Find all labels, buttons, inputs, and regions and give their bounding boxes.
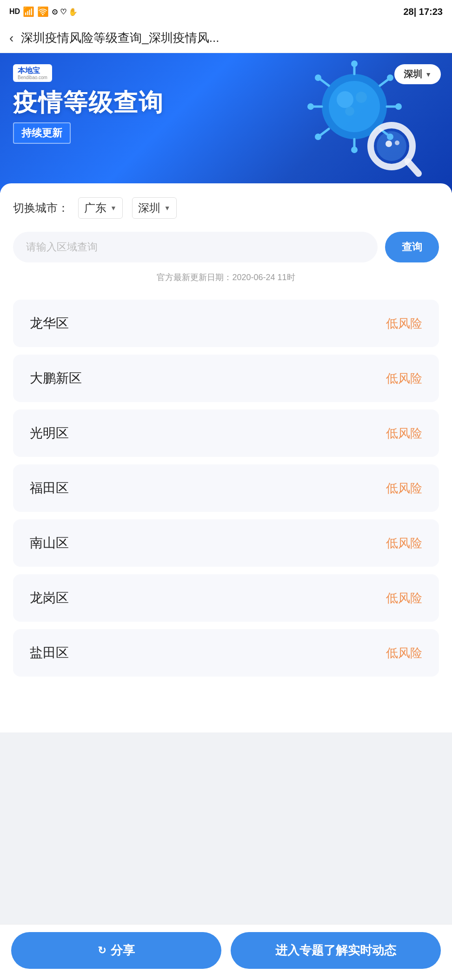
banner-city-arrow-icon: ▼ (425, 71, 432, 78)
svg-line-19 (319, 79, 329, 86)
district-name: 大鹏新区 (30, 369, 82, 387)
district-risk-label: 低风险 (386, 315, 422, 332)
share-label: 分享 (111, 942, 135, 959)
svg-point-4 (345, 107, 354, 116)
district-risk-label: 低风险 (386, 480, 422, 497)
district-risk-label: 低风险 (386, 535, 422, 551)
svg-point-23 (386, 141, 392, 147)
city-switcher: 切换城市： 广东 ▼ 深圳 ▼ (13, 197, 439, 219)
logo-sub: Bendibao.com (18, 75, 47, 80)
city-select[interactable]: 深圳 ▼ (132, 197, 177, 219)
banner: 本地宝 Bendibao.com 深圳 ▼ 疫情等级查询 持续更新 (0, 53, 452, 193)
district-item[interactable]: 龙华区低风险 (13, 300, 439, 347)
svg-point-14 (351, 147, 358, 153)
search-bar: 查询 (13, 232, 439, 262)
time: 17:23 (419, 7, 443, 17)
back-button[interactable]: ‹ (9, 31, 13, 46)
topic-label: 进入专题了解实时动态 (275, 942, 396, 959)
province-select[interactable]: 广东 ▼ (78, 197, 123, 219)
banner-subtitle: 持续更新 (13, 122, 71, 144)
district-risk-label: 低风险 (386, 425, 422, 442)
update-date: 官方最新更新日期：2020-06-24 11时 (13, 272, 439, 283)
svg-point-22 (377, 131, 406, 161)
svg-point-10 (395, 103, 402, 110)
share-button[interactable]: ↻ 分享 (11, 932, 221, 969)
logo-text: 本地宝 (18, 67, 40, 74)
status-icons: HD 📶 🛜 ⊙ ♡ ✋ (9, 6, 78, 17)
nav-bar: ‹ 深圳疫情风险等级查询_深圳疫情风... (0, 23, 452, 53)
battery-indicator: 28 (403, 7, 413, 17)
province-arrow-icon: ▼ (110, 204, 117, 212)
district-name: 福田区 (30, 479, 69, 497)
svg-point-16 (315, 134, 321, 140)
status-bar: HD 📶 🛜 ⊙ ♡ ✋ 28| 17:23 (0, 0, 452, 23)
main-content: 切换城市： 广东 ▼ 深圳 ▼ 查询 官方最新更新日期：2020-06-24 1… (0, 183, 452, 732)
district-name: 盐田区 (30, 644, 69, 662)
topic-button[interactable]: 进入专题了解实时动态 (231, 932, 441, 969)
bottom-bar: ↻ 分享 进入专题了解实时动态 (0, 924, 452, 980)
wifi-icon: 🛜 (37, 6, 49, 17)
hd-icon: HD (9, 7, 20, 16)
district-item[interactable]: 龙岗区低风险 (13, 574, 439, 622)
svg-point-3 (356, 92, 367, 103)
district-item[interactable]: 盐田区低风险 (13, 629, 439, 677)
search-button[interactable]: 查询 (385, 232, 439, 262)
district-risk-label: 低风险 (386, 370, 422, 387)
svg-line-25 (408, 161, 419, 174)
svg-point-20 (315, 74, 321, 81)
svg-point-6 (351, 60, 358, 67)
update-date-label: 官方最新更新日期： (157, 273, 232, 282)
district-name: 光明区 (30, 424, 69, 442)
city-arrow-icon: ▼ (164, 204, 171, 212)
district-risk-label: 低风险 (386, 590, 422, 606)
district-name: 南山区 (30, 534, 69, 552)
district-name: 龙华区 (30, 315, 69, 332)
svg-point-1 (329, 81, 380, 132)
district-item[interactable]: 福田区低风险 (13, 464, 439, 512)
district-risk-label: 低风险 (386, 645, 422, 661)
district-list: 龙华区低风险大鹏新区低风险光明区低风险福田区低风险南山区低风险龙岗区低风险盐田区… (13, 300, 439, 732)
city-value: 深圳 (138, 201, 160, 215)
logo: 本地宝 Bendibao.com (13, 64, 52, 82)
district-item[interactable]: 大鹏新区低风险 (13, 355, 439, 402)
update-date-value: 2020-06-24 11时 (232, 273, 295, 282)
status-time-battery: 28| 17:23 (403, 7, 443, 17)
svg-line-15 (319, 129, 329, 136)
district-item[interactable]: 光明区低风险 (13, 409, 439, 457)
district-item[interactable]: 南山区低风险 (13, 519, 439, 567)
page-title: 深圳疫情风险等级查询_深圳疫情风... (21, 30, 443, 46)
virus-illustration (294, 60, 424, 181)
svg-point-24 (395, 141, 399, 145)
svg-point-2 (337, 91, 353, 108)
switch-city-label: 切换城市： (13, 201, 69, 215)
svg-point-18 (307, 103, 314, 110)
province-value: 广东 (84, 201, 106, 215)
svg-point-8 (387, 74, 393, 81)
share-icon: ↻ (98, 945, 106, 957)
signal-icon: 📶 (23, 6, 34, 17)
extra-icons: ⊙ ♡ ✋ (52, 7, 78, 16)
district-name: 龙岗区 (30, 589, 69, 607)
search-input[interactable] (13, 232, 378, 262)
